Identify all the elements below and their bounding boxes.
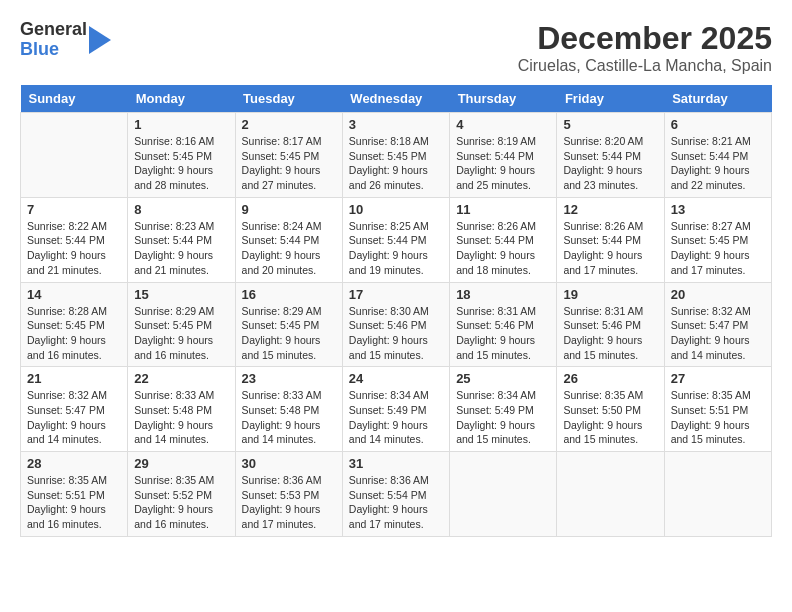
calendar-cell: 13Sunrise: 8:27 AM Sunset: 5:45 PM Dayli…	[664, 197, 771, 282]
day-info: Sunrise: 8:29 AM Sunset: 5:45 PM Dayligh…	[134, 304, 228, 363]
header-cell-tuesday: Tuesday	[235, 85, 342, 113]
day-number: 26	[563, 371, 657, 386]
day-info: Sunrise: 8:18 AM Sunset: 5:45 PM Dayligh…	[349, 134, 443, 193]
header-cell-sunday: Sunday	[21, 85, 128, 113]
header: General Blue December 2025 Ciruelas, Cas…	[20, 20, 772, 75]
logo-text: General Blue	[20, 20, 87, 60]
day-number: 9	[242, 202, 336, 217]
day-info: Sunrise: 8:21 AM Sunset: 5:44 PM Dayligh…	[671, 134, 765, 193]
calendar-cell	[664, 452, 771, 537]
calendar-cell: 20Sunrise: 8:32 AM Sunset: 5:47 PM Dayli…	[664, 282, 771, 367]
day-number: 16	[242, 287, 336, 302]
page-title: December 2025	[518, 20, 772, 57]
calendar-cell: 2Sunrise: 8:17 AM Sunset: 5:45 PM Daylig…	[235, 113, 342, 198]
day-info: Sunrise: 8:26 AM Sunset: 5:44 PM Dayligh…	[456, 219, 550, 278]
calendar-cell: 30Sunrise: 8:36 AM Sunset: 5:53 PM Dayli…	[235, 452, 342, 537]
day-info: Sunrise: 8:16 AM Sunset: 5:45 PM Dayligh…	[134, 134, 228, 193]
calendar-cell: 18Sunrise: 8:31 AM Sunset: 5:46 PM Dayli…	[450, 282, 557, 367]
calendar-table: SundayMondayTuesdayWednesdayThursdayFrid…	[20, 85, 772, 537]
day-number: 29	[134, 456, 228, 471]
day-info: Sunrise: 8:32 AM Sunset: 5:47 PM Dayligh…	[671, 304, 765, 363]
day-number: 21	[27, 371, 121, 386]
day-number: 20	[671, 287, 765, 302]
calendar-cell: 17Sunrise: 8:30 AM Sunset: 5:46 PM Dayli…	[342, 282, 449, 367]
calendar-cell: 21Sunrise: 8:32 AM Sunset: 5:47 PM Dayli…	[21, 367, 128, 452]
day-info: Sunrise: 8:29 AM Sunset: 5:45 PM Dayligh…	[242, 304, 336, 363]
page-subtitle: Ciruelas, Castille-La Mancha, Spain	[518, 57, 772, 75]
svg-marker-0	[89, 26, 111, 54]
day-number: 5	[563, 117, 657, 132]
calendar-cell	[450, 452, 557, 537]
day-number: 28	[27, 456, 121, 471]
calendar-cell: 9Sunrise: 8:24 AM Sunset: 5:44 PM Daylig…	[235, 197, 342, 282]
day-info: Sunrise: 8:25 AM Sunset: 5:44 PM Dayligh…	[349, 219, 443, 278]
day-info: Sunrise: 8:34 AM Sunset: 5:49 PM Dayligh…	[456, 388, 550, 447]
calendar-cell: 22Sunrise: 8:33 AM Sunset: 5:48 PM Dayli…	[128, 367, 235, 452]
day-info: Sunrise: 8:35 AM Sunset: 5:50 PM Dayligh…	[563, 388, 657, 447]
calendar-cell: 4Sunrise: 8:19 AM Sunset: 5:44 PM Daylig…	[450, 113, 557, 198]
day-number: 30	[242, 456, 336, 471]
day-info: Sunrise: 8:30 AM Sunset: 5:46 PM Dayligh…	[349, 304, 443, 363]
day-number: 10	[349, 202, 443, 217]
calendar-cell: 6Sunrise: 8:21 AM Sunset: 5:44 PM Daylig…	[664, 113, 771, 198]
day-info: Sunrise: 8:17 AM Sunset: 5:45 PM Dayligh…	[242, 134, 336, 193]
day-number: 4	[456, 117, 550, 132]
day-info: Sunrise: 8:33 AM Sunset: 5:48 PM Dayligh…	[134, 388, 228, 447]
calendar-cell: 5Sunrise: 8:20 AM Sunset: 5:44 PM Daylig…	[557, 113, 664, 198]
calendar-cell: 14Sunrise: 8:28 AM Sunset: 5:45 PM Dayli…	[21, 282, 128, 367]
week-row-4: 21Sunrise: 8:32 AM Sunset: 5:47 PM Dayli…	[21, 367, 772, 452]
day-info: Sunrise: 8:19 AM Sunset: 5:44 PM Dayligh…	[456, 134, 550, 193]
day-info: Sunrise: 8:26 AM Sunset: 5:44 PM Dayligh…	[563, 219, 657, 278]
day-info: Sunrise: 8:31 AM Sunset: 5:46 PM Dayligh…	[456, 304, 550, 363]
day-info: Sunrise: 8:27 AM Sunset: 5:45 PM Dayligh…	[671, 219, 765, 278]
logo-icon	[89, 26, 111, 54]
calendar-cell: 8Sunrise: 8:23 AM Sunset: 5:44 PM Daylig…	[128, 197, 235, 282]
day-info: Sunrise: 8:36 AM Sunset: 5:54 PM Dayligh…	[349, 473, 443, 532]
day-info: Sunrise: 8:35 AM Sunset: 5:52 PM Dayligh…	[134, 473, 228, 532]
calendar-cell: 10Sunrise: 8:25 AM Sunset: 5:44 PM Dayli…	[342, 197, 449, 282]
calendar-cell: 24Sunrise: 8:34 AM Sunset: 5:49 PM Dayli…	[342, 367, 449, 452]
day-number: 7	[27, 202, 121, 217]
calendar-cell: 12Sunrise: 8:26 AM Sunset: 5:44 PM Dayli…	[557, 197, 664, 282]
logo-line2: Blue	[20, 40, 87, 60]
calendar-cell	[557, 452, 664, 537]
header-row: SundayMondayTuesdayWednesdayThursdayFrid…	[21, 85, 772, 113]
calendar-cell: 1Sunrise: 8:16 AM Sunset: 5:45 PM Daylig…	[128, 113, 235, 198]
calendar-cell: 19Sunrise: 8:31 AM Sunset: 5:46 PM Dayli…	[557, 282, 664, 367]
header-cell-monday: Monday	[128, 85, 235, 113]
day-info: Sunrise: 8:35 AM Sunset: 5:51 PM Dayligh…	[27, 473, 121, 532]
day-number: 2	[242, 117, 336, 132]
day-number: 19	[563, 287, 657, 302]
logo-line1: General	[20, 20, 87, 40]
day-number: 24	[349, 371, 443, 386]
day-info: Sunrise: 8:34 AM Sunset: 5:49 PM Dayligh…	[349, 388, 443, 447]
day-number: 17	[349, 287, 443, 302]
week-row-2: 7Sunrise: 8:22 AM Sunset: 5:44 PM Daylig…	[21, 197, 772, 282]
day-number: 25	[456, 371, 550, 386]
day-number: 6	[671, 117, 765, 132]
day-number: 8	[134, 202, 228, 217]
calendar-cell: 27Sunrise: 8:35 AM Sunset: 5:51 PM Dayli…	[664, 367, 771, 452]
day-info: Sunrise: 8:36 AM Sunset: 5:53 PM Dayligh…	[242, 473, 336, 532]
calendar-cell: 25Sunrise: 8:34 AM Sunset: 5:49 PM Dayli…	[450, 367, 557, 452]
header-cell-wednesday: Wednesday	[342, 85, 449, 113]
calendar-cell: 29Sunrise: 8:35 AM Sunset: 5:52 PM Dayli…	[128, 452, 235, 537]
day-info: Sunrise: 8:20 AM Sunset: 5:44 PM Dayligh…	[563, 134, 657, 193]
day-number: 1	[134, 117, 228, 132]
day-info: Sunrise: 8:31 AM Sunset: 5:46 PM Dayligh…	[563, 304, 657, 363]
day-info: Sunrise: 8:28 AM Sunset: 5:45 PM Dayligh…	[27, 304, 121, 363]
calendar-cell: 15Sunrise: 8:29 AM Sunset: 5:45 PM Dayli…	[128, 282, 235, 367]
calendar-cell: 26Sunrise: 8:35 AM Sunset: 5:50 PM Dayli…	[557, 367, 664, 452]
calendar-cell	[21, 113, 128, 198]
calendar-cell: 23Sunrise: 8:33 AM Sunset: 5:48 PM Dayli…	[235, 367, 342, 452]
week-row-5: 28Sunrise: 8:35 AM Sunset: 5:51 PM Dayli…	[21, 452, 772, 537]
day-info: Sunrise: 8:24 AM Sunset: 5:44 PM Dayligh…	[242, 219, 336, 278]
calendar-cell: 31Sunrise: 8:36 AM Sunset: 5:54 PM Dayli…	[342, 452, 449, 537]
calendar-cell: 7Sunrise: 8:22 AM Sunset: 5:44 PM Daylig…	[21, 197, 128, 282]
day-info: Sunrise: 8:22 AM Sunset: 5:44 PM Dayligh…	[27, 219, 121, 278]
logo: General Blue	[20, 20, 111, 60]
calendar-cell: 28Sunrise: 8:35 AM Sunset: 5:51 PM Dayli…	[21, 452, 128, 537]
day-info: Sunrise: 8:32 AM Sunset: 5:47 PM Dayligh…	[27, 388, 121, 447]
calendar-cell: 3Sunrise: 8:18 AM Sunset: 5:45 PM Daylig…	[342, 113, 449, 198]
day-number: 3	[349, 117, 443, 132]
